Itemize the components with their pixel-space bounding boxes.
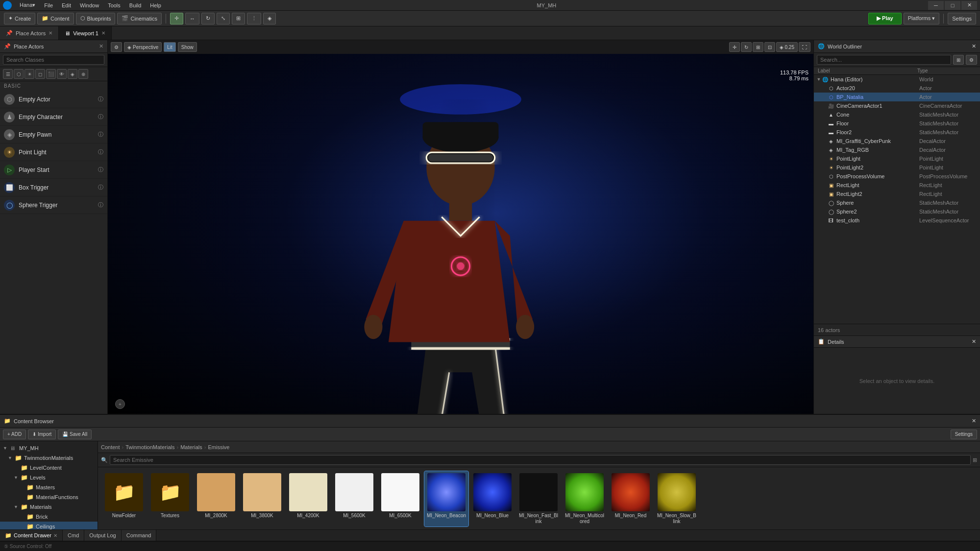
cb-search-input[interactable] xyxy=(110,455,971,465)
search-input[interactable] xyxy=(3,55,104,65)
add-button[interactable]: + ADD xyxy=(3,430,26,439)
asset-mi6500k[interactable]: MI_6500K xyxy=(378,471,422,527)
place-actors-close[interactable]: ✕ xyxy=(49,30,52,36)
tree-item-testcloth[interactable]: 🎞 test_cloth LevelSequenceActor xyxy=(814,216,980,225)
viewport-close[interactable]: ✕ xyxy=(101,30,105,36)
create-button[interactable]: ✦ Create xyxy=(4,13,35,24)
tree-item-hana-editor[interactable]: ▼ 🌐 Hana (Editor) World xyxy=(814,75,980,84)
snap-tool[interactable]: ⋮ xyxy=(247,13,261,24)
close-panel-button[interactable]: ✕ xyxy=(99,43,103,49)
path-materials[interactable]: Materials xyxy=(180,444,202,450)
tree-item-floor2[interactable]: ▬ Floor2 StaticMeshActor xyxy=(814,128,980,137)
outliner-search-input[interactable] xyxy=(817,55,951,65)
tree-item-sphere2[interactable]: ◯ Sphere2 StaticMeshActor xyxy=(814,207,980,216)
vp-snap-btn[interactable]: ⊞ xyxy=(753,42,763,52)
asset-mi-neon-blue[interactable]: MI_Neon_Blue xyxy=(470,471,514,527)
tree-item-brick[interactable]: 📁 Brick xyxy=(0,512,98,522)
filter-icon[interactable]: ⊞ xyxy=(973,457,977,463)
blueprints-button[interactable]: ⬡ Blueprints xyxy=(76,13,116,24)
lit-button[interactable]: Lit xyxy=(164,42,176,52)
vp-transform-btn[interactable]: ✛ xyxy=(729,42,740,52)
actor-filter-visual[interactable]: 👁 xyxy=(57,69,67,79)
asset-mi-neon-slow-blink[interactable]: MI_Neon_Slow_Blink xyxy=(655,471,699,527)
path-emissive[interactable]: Emissive xyxy=(208,444,229,450)
tab-content-drawer[interactable]: 📁 Content Drawer ✕ xyxy=(0,530,63,541)
tree-item-floor[interactable]: ▬ Floor StaticMeshActor xyxy=(814,119,980,128)
menu-build[interactable]: Build xyxy=(125,1,145,9)
actor-item-point-light[interactable]: ☀ Point Light ⓘ xyxy=(0,144,107,161)
empty-actor-info[interactable]: ⓘ xyxy=(98,96,103,103)
outliner-settings-btn[interactable]: ⚙ xyxy=(966,55,977,65)
actor-filter-volumes[interactable]: ⬛ xyxy=(46,69,56,79)
path-twinmotion[interactable]: TwinmotionMaterials xyxy=(125,444,174,450)
actor-filter-all[interactable]: ☰ xyxy=(3,69,13,79)
cb-close[interactable]: ✕ xyxy=(972,418,976,424)
tab-close[interactable]: ✕ xyxy=(53,533,57,538)
asset-newfolder[interactable]: 📁 NewFolder xyxy=(102,471,146,527)
empty-character-info[interactable]: ⓘ xyxy=(98,113,103,120)
actor-item-player-start[interactable]: ▷ Player Start ⓘ xyxy=(0,161,107,179)
asset-textures[interactable]: 📁 Textures xyxy=(148,471,192,527)
point-light-info[interactable]: ⓘ xyxy=(98,148,103,156)
actor-filter-geometry[interactable]: ◻ xyxy=(35,69,45,79)
actor-item-empty-pawn[interactable]: ◈ Empty Pawn ⓘ xyxy=(0,126,107,144)
tab-cmd[interactable]: Cmd xyxy=(63,530,84,541)
tab-output-log[interactable]: Output Log xyxy=(84,530,121,541)
asset-mi5600k[interactable]: MI_5600K xyxy=(332,471,376,527)
menu-hana[interactable]: Hana▾ xyxy=(16,1,39,9)
perspective-button[interactable]: ◈ Perspective xyxy=(124,42,162,52)
tree-item-levels[interactable]: ▼ 📁 Levels xyxy=(0,473,98,482)
tree-item-ppvolume[interactable]: ⬡ PostProcessVolume PostProcessVolume xyxy=(814,172,980,181)
tree-item-bp-natalia[interactable]: ⬡ BP_Natalia Actor xyxy=(814,93,980,101)
tree-item-cone[interactable]: ▲ Cone StaticMeshActor xyxy=(814,110,980,119)
tree-item-mymh[interactable]: ▼ 🖥 MY_MH xyxy=(0,443,98,453)
tree-item-twinmotion[interactable]: ▼ 📁 TwinmotionMaterials xyxy=(0,453,98,463)
tree-item-materials[interactable]: ▼ 📁 Materials xyxy=(0,502,98,512)
vp-grid-btn[interactable]: ⊡ xyxy=(764,42,775,52)
menu-window[interactable]: Window xyxy=(76,1,103,9)
outliner-filter-btn[interactable]: ⊞ xyxy=(953,55,964,65)
source-control-status[interactable]: ⑤ Source Control: Off xyxy=(4,544,51,549)
details-close[interactable]: ✕ xyxy=(972,338,976,345)
viewport-tab[interactable]: 🖥 Viewport 1 ✕ xyxy=(59,26,112,40)
tree-item-mi-tag-rgb[interactable]: ◈ MI_Tag_RGB DecalActor xyxy=(814,145,980,154)
tree-item-sphere[interactable]: ◯ Sphere StaticMeshActor xyxy=(814,198,980,207)
outliner-close[interactable]: ✕ xyxy=(972,43,976,49)
vp-camera-speed[interactable]: ◈ 0.25 xyxy=(776,42,798,52)
asset-mi3800k[interactable]: MI_3800K xyxy=(240,471,284,527)
transform-mode[interactable]: ⊞ xyxy=(232,13,245,24)
tree-item-materialfunctions[interactable]: 📁 MaterialFunctions xyxy=(0,492,98,502)
asset-mi-neon-beacon[interactable]: MI_Neon_Beacon xyxy=(424,471,468,527)
player-start-info[interactable]: ⓘ xyxy=(98,166,103,173)
settings-button[interactable]: Settings xyxy=(948,13,976,24)
close-button[interactable]: ✕ xyxy=(961,1,977,10)
rotate-tool[interactable]: ↻ xyxy=(201,13,215,24)
menu-file[interactable]: File xyxy=(40,1,57,9)
cinematics-button[interactable]: 🎬 Cinematics xyxy=(117,13,161,24)
platforms-button[interactable]: Platforms ▾ xyxy=(904,13,940,24)
cb-settings-button[interactable]: Settings xyxy=(951,430,977,439)
menu-help[interactable]: Help xyxy=(146,1,165,9)
actor-item-box-trigger[interactable]: ⬜ Box Trigger ⓘ xyxy=(0,179,107,196)
tab-command[interactable]: Command xyxy=(122,530,157,541)
menu-tools[interactable]: Tools xyxy=(104,1,124,9)
viewport[interactable]: ⚙ ◈ Perspective Lit Show ✛ ↻ ⊞ ⊡ ◈ 0.25 … xyxy=(108,40,813,414)
actor-filter-shape[interactable]: ⊕ xyxy=(78,69,88,79)
place-actors-tab[interactable]: 📌 Place Actors ✕ xyxy=(0,26,59,40)
play-button[interactable]: ▶ Play xyxy=(868,13,902,24)
import-button[interactable]: ⬇ Import xyxy=(28,430,56,439)
save-all-button[interactable]: 💾 Save All xyxy=(58,430,92,439)
camera-tool[interactable]: ◈ xyxy=(263,13,276,24)
actor-item-empty-character[interactable]: ♟ Empty Character ⓘ xyxy=(0,108,107,126)
box-trigger-info[interactable]: ⓘ xyxy=(98,184,103,191)
tree-item-cinecamera[interactable]: 🎥 CineCameraActor1 CineCameraActor xyxy=(814,101,980,110)
vp-fullscreen[interactable]: ⛶ xyxy=(799,42,810,52)
actor-filter-basic[interactable]: ⬡ xyxy=(14,69,24,79)
asset-mi4200k[interactable]: MI_4200K xyxy=(286,471,330,527)
viewport-options-button[interactable]: ⚙ xyxy=(111,42,122,52)
asset-mi-neon-red[interactable]: MI_Neon_Red xyxy=(609,471,653,527)
vp-rotate-btn[interactable]: ↻ xyxy=(741,42,752,52)
tree-item-graffiti[interactable]: ◈ MI_Graffiti_CyberPunk DecalActor xyxy=(814,137,980,145)
minimize-button[interactable]: ─ xyxy=(928,1,944,10)
move-tool[interactable]: ↔ xyxy=(185,13,199,24)
